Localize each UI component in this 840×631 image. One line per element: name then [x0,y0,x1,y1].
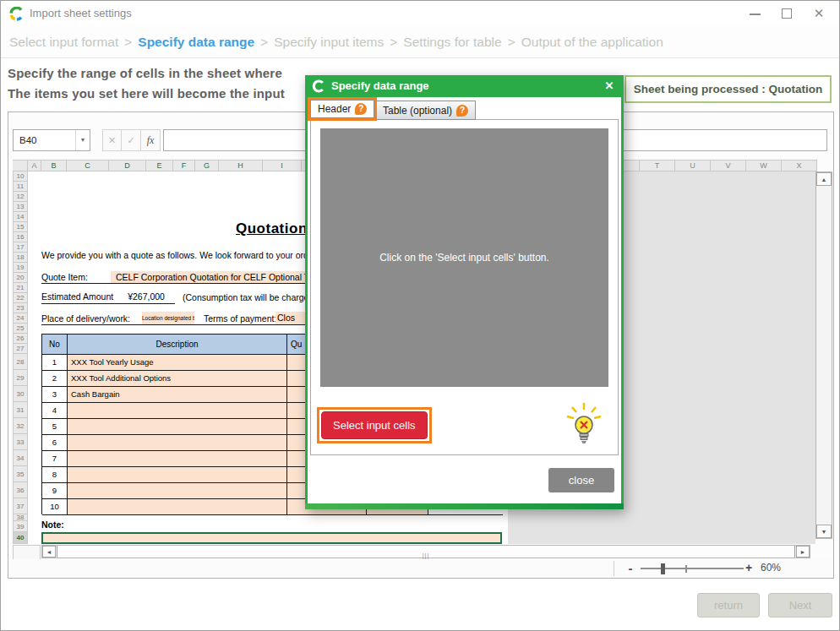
row-header[interactable]: 19 [13,263,28,273]
column-header[interactable]: W [746,160,782,171]
column-header[interactable]: U [675,160,711,171]
zoom-in-button[interactable]: + [742,559,755,577]
tab-content-panel: Click on the 'Select input cells' button… [310,119,619,455]
row-header[interactable]: 14 [13,212,28,222]
table-cell-description[interactable]: Cash Bargain [68,387,287,403]
row-header[interactable]: 25 [13,324,28,334]
column-header[interactable]: X [782,160,817,171]
column-header[interactable]: F [173,160,195,171]
column-header[interactable]: I [263,160,302,171]
column-header[interactable]: T [640,160,675,171]
column-header[interactable]: A [28,160,41,171]
scroll-right-icon[interactable]: ► [796,546,810,558]
row-header[interactable]: 22 [13,293,28,303]
tab-table-optional[interactable]: Table (optional) ? [375,101,476,120]
row-header[interactable]: 35 [13,466,28,482]
zoom-slider-track[interactable] [641,568,744,569]
column-header[interactable]: D [109,160,146,171]
tab-table-label: Table (optional) [383,105,452,117]
next-button[interactable]: Next [768,593,832,617]
table-cell-description[interactable] [68,419,287,435]
table-cell-no[interactable]: 10 [42,499,68,515]
tab-header[interactable]: Header ? [310,100,374,118]
row-header[interactable]: 18 [13,253,28,263]
document-title: Quotation [236,220,308,237]
table-cell-description[interactable] [68,451,287,467]
row-header[interactable]: 16 [13,232,28,242]
preview-message: Click on the 'Select input cells' button… [379,252,549,264]
table-cell-no[interactable]: 5 [42,419,68,435]
return-button[interactable]: return [697,593,760,617]
vertical-scrollbar[interactable]: ▲ ▼ [815,171,832,539]
zoom-slider-thumb[interactable] [661,563,665,574]
row-header[interactable]: 34 [13,450,28,466]
row-header[interactable]: 33 [13,434,28,450]
row-header[interactable]: 21 [13,283,28,293]
horizontal-scrollbar[interactable]: ◄ ||| ► [41,545,810,558]
row-header[interactable]: 31 [13,402,28,418]
divider [614,561,614,576]
dialog-close-action-button[interactable]: close [548,468,614,492]
row-header[interactable]: 30 [13,386,28,402]
help-icon[interactable]: ? [355,103,367,115]
table-cell-description[interactable] [68,403,287,419]
table-cell-no[interactable]: 9 [42,483,68,499]
column-header[interactable]: E [146,160,173,171]
row-header[interactable]: 17 [13,242,28,253]
delivery-value-cell[interactable]: Location designated b [142,312,194,324]
dialog-title: Specify data range [331,75,429,97]
table-cell-description[interactable] [68,499,287,515]
scroll-down-icon[interactable]: ▼ [816,525,832,538]
table-cell-description[interactable] [68,483,287,499]
amount-label: Estimated Amount [41,291,113,302]
row-header[interactable]: 10 [13,171,28,182]
range-preview-area: Click on the 'Select input cells' button… [320,128,608,387]
table-cell-no[interactable]: 3 [42,387,68,403]
table-cell-description[interactable] [68,435,287,451]
table-cell-description[interactable]: XXX Tool Additional Options [68,371,287,387]
row-header[interactable]: 39 [13,521,28,532]
column-header[interactable]: B [41,160,67,171]
dialog-bottom-accent [305,503,624,509]
table-cell-no[interactable]: 6 [42,435,68,451]
table-cell-no[interactable]: 8 [42,467,68,483]
scroll-up-icon[interactable]: ▲ [816,172,832,186]
row-header[interactable]: 38 [13,514,28,521]
celf-logo-icon [312,79,325,93]
table-cell-no[interactable]: 2 [42,371,68,387]
row-header[interactable]: 11 [13,182,28,192]
row-header[interactable]: 15 [13,222,28,232]
row-header[interactable]: 23 [13,303,28,313]
row-header[interactable]: 26 [13,334,28,344]
amount-value: ¥267,000 [128,291,165,302]
row-header[interactable]: 28 [13,354,28,370]
horizontal-scroll-thumb[interactable]: ||| [57,546,795,558]
scroll-left-icon[interactable]: ◄ [42,546,56,558]
select-input-cells-button[interactable]: Select input cells [321,411,428,439]
table-cell-no[interactable]: 7 [42,451,68,467]
table-cell-description[interactable] [68,467,287,483]
row-header[interactable]: 40 [13,532,28,544]
column-header[interactable]: C [67,160,109,171]
table-cell-description[interactable]: XXX Tool Yearly Usage [68,355,287,371]
row-header[interactable]: 29 [13,370,28,386]
row-header[interactable]: 20 [13,273,28,283]
help-icon[interactable]: ? [456,105,468,117]
row-header[interactable]: 32 [13,418,28,434]
zoom-out-button[interactable]: - [624,559,637,577]
column-header[interactable]: H [219,160,263,171]
selected-cell-b40[interactable] [41,532,502,544]
payment-label: Terms of payment: [204,313,276,324]
row-header[interactable]: 13 [13,202,28,212]
column-header[interactable]: V [711,160,746,171]
row-header[interactable]: 24 [13,313,28,324]
row-header[interactable]: 37 [13,498,28,514]
row-header[interactable]: 12 [13,192,28,202]
row-header[interactable]: 27 [13,344,28,354]
column-header[interactable]: G [195,160,219,171]
dialog-close-button[interactable]: ✕ [595,75,624,97]
table-cell-no[interactable]: 4 [42,403,68,419]
document-intro: We provide you with a quote as follows. … [41,250,319,260]
table-cell-no[interactable]: 1 [42,355,68,371]
row-header[interactable]: 36 [13,482,28,498]
